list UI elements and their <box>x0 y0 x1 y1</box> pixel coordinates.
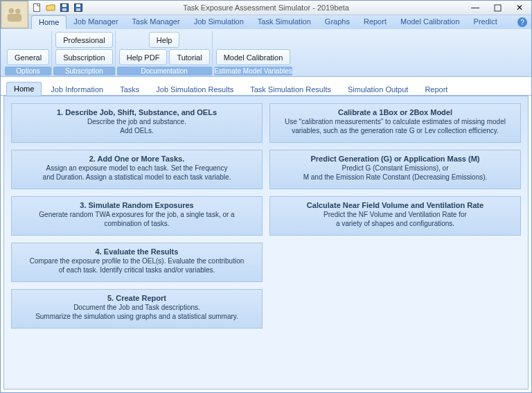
window-title: Task Exposure Assessment Simulator - 201… <box>183 3 349 12</box>
ribbon-tab-task-manager[interactable]: Task Manager <box>125 15 187 29</box>
ribbon-group-title-documentation: Documentation <box>117 67 212 76</box>
app-icon[interactable] <box>1 1 28 28</box>
ribbon-tab-task-simulation[interactable]: Task Simulation <box>251 15 318 29</box>
card-desc: Compare the exposure profile to the OEL(… <box>17 257 256 274</box>
model-calibration-button[interactable]: Model Calibration <box>216 49 291 65</box>
help-button[interactable]: Help <box>149 32 180 48</box>
close-button[interactable]: ✕ <box>511 2 529 13</box>
card-title: 1. Describe Job, Shift, Substance, and O… <box>17 108 256 116</box>
cards-right-column: Calibrate a 1Box or 2Box Model Use "cali… <box>269 103 521 382</box>
card-describe-job[interactable]: 1. Describe Job, Shift, Substance, and O… <box>11 103 263 143</box>
content-tab-task-simulation-results[interactable]: Task Simulation Results <box>242 82 339 96</box>
card-title: Predict Generation (G) or Application Ma… <box>276 155 515 163</box>
ribbon-body: . General Options Professional Subscript… <box>1 29 531 77</box>
card-title: 5. Create Report <box>17 294 256 302</box>
ribbon-group-options: . General Options <box>5 31 52 76</box>
card-desc: Assign an exposure model to each task. S… <box>17 164 256 182</box>
save-as-icon[interactable] <box>73 2 84 13</box>
home-pane: 1. Describe Job, Shift, Substance, and O… <box>3 96 529 390</box>
card-desc: Predict G (Constant Emissions), orM and … <box>276 164 515 182</box>
card-evaluate-results[interactable]: 4. Evaluate the Results Compare the expo… <box>11 243 263 282</box>
minimize-button[interactable]: — <box>466 2 484 13</box>
window-controls: — ✕ <box>466 1 529 15</box>
card-title: 3. Simulate Random Exposures <box>17 201 256 209</box>
ribbon-group-subscription: Professional Subscription Subscription <box>53 31 116 76</box>
ribbon-group-documentation: Help Help PDF Tutorial Documentation <box>117 31 213 76</box>
ribbon-tab-strip: Home Job Manager Task Manager Job Simula… <box>1 15 531 29</box>
card-desc: Use "calibration measurements" to calcul… <box>276 118 515 135</box>
app-window: Task Exposure Assessment Simulator - 201… <box>0 0 532 393</box>
svg-point-2 <box>15 9 21 15</box>
minimize-icon: — <box>471 3 479 12</box>
close-icon: ✕ <box>516 3 523 12</box>
ribbon-tab-home[interactable]: Home <box>31 15 66 29</box>
ribbon-group-title-subscription: Subscription <box>53 67 115 76</box>
save-icon[interactable] <box>59 2 70 13</box>
maximize-icon <box>494 4 502 12</box>
open-icon[interactable] <box>45 2 56 13</box>
card-desc: Document the Job and Task descriptions.S… <box>17 304 256 321</box>
card-simulate-exposures[interactable]: 3. Simulate Random Exposures Generate ra… <box>11 196 263 236</box>
card-desc: Describe the job and substance.Add OELs. <box>17 118 256 135</box>
title-bar: Task Exposure Assessment Simulator - 201… <box>1 1 531 15</box>
help-icon[interactable]: ? <box>517 17 527 27</box>
card-calculate-nf-volume[interactable]: Calculate Near Field Volume and Ventilat… <box>269 196 521 236</box>
new-icon[interactable] <box>31 2 42 13</box>
svg-rect-11 <box>495 5 501 11</box>
content-tab-simulation-output[interactable]: Simulation Output <box>340 82 416 96</box>
svg-rect-10 <box>76 8 80 11</box>
people-icon <box>4 4 25 25</box>
subscription-button[interactable]: Subscription <box>55 49 113 65</box>
content-tab-report[interactable]: Report <box>417 82 455 96</box>
card-desc: Predict the NF Volume and Ventilation Ra… <box>276 211 515 228</box>
svg-rect-9 <box>76 4 80 7</box>
ribbon-group-estimate-model-variables: . Model Calibration Estimate Model Varia… <box>214 31 293 76</box>
card-desc: Generate random TWA exposures for the jo… <box>17 211 256 228</box>
card-title: 4. Evaluate the Results <box>17 247 256 256</box>
card-title: Calibrate a 1Box or 2Box Model <box>276 108 515 116</box>
svg-rect-4 <box>34 4 40 12</box>
content-tab-tasks[interactable]: Tasks <box>112 82 147 96</box>
content-tab-job-information[interactable]: Job Information <box>43 82 111 96</box>
ribbon-tab-predict[interactable]: Predict <box>467 15 504 29</box>
ribbon-tab-job-simulation[interactable]: Job Simulation <box>187 15 251 29</box>
content-tab-job-simulation-results[interactable]: Job Simulation Results <box>148 82 241 96</box>
svg-rect-6 <box>62 4 66 7</box>
svg-rect-3 <box>8 14 22 21</box>
quick-access-toolbar <box>31 2 84 13</box>
ribbon-group-title-estimate: Estimate Model Variables <box>214 67 293 76</box>
tutorial-button[interactable]: Tutorial <box>169 49 209 65</box>
ribbon-tab-report[interactable]: Report <box>357 15 393 29</box>
ribbon-tab-model-calibration[interactable]: Model Calibration <box>393 15 467 29</box>
maximize-button[interactable] <box>488 2 506 13</box>
card-create-report[interactable]: 5. Create Report Document the Job and Ta… <box>11 289 263 329</box>
ribbon-group-title-options: Options <box>5 67 51 76</box>
card-add-tasks[interactable]: 2. Add One or More Tasks. Assign an expo… <box>11 150 263 189</box>
card-title: Calculate Near Field Volume and Ventilat… <box>276 201 515 209</box>
card-calibrate-model[interactable]: Calibrate a 1Box or 2Box Model Use "cali… <box>269 103 521 143</box>
svg-rect-7 <box>62 8 66 11</box>
cards-left-column: 1. Describe Job, Shift, Substance, and O… <box>11 103 263 382</box>
svg-point-1 <box>9 8 15 14</box>
general-button[interactable]: General <box>7 49 49 65</box>
ribbon-tab-job-manager[interactable]: Job Manager <box>66 15 125 29</box>
card-predict-generation[interactable]: Predict Generation (G) or Application Ma… <box>269 150 521 189</box>
ribbon-tab-graphs[interactable]: Graphs <box>318 15 357 29</box>
professional-button[interactable]: Professional <box>55 32 113 48</box>
content-tab-strip: Home Job Information Tasks Job Simulatio… <box>1 77 531 96</box>
help-pdf-button[interactable]: Help PDF <box>119 49 168 65</box>
content-tab-home[interactable]: Home <box>6 82 42 96</box>
card-title: 2. Add One or More Tasks. <box>17 155 256 163</box>
